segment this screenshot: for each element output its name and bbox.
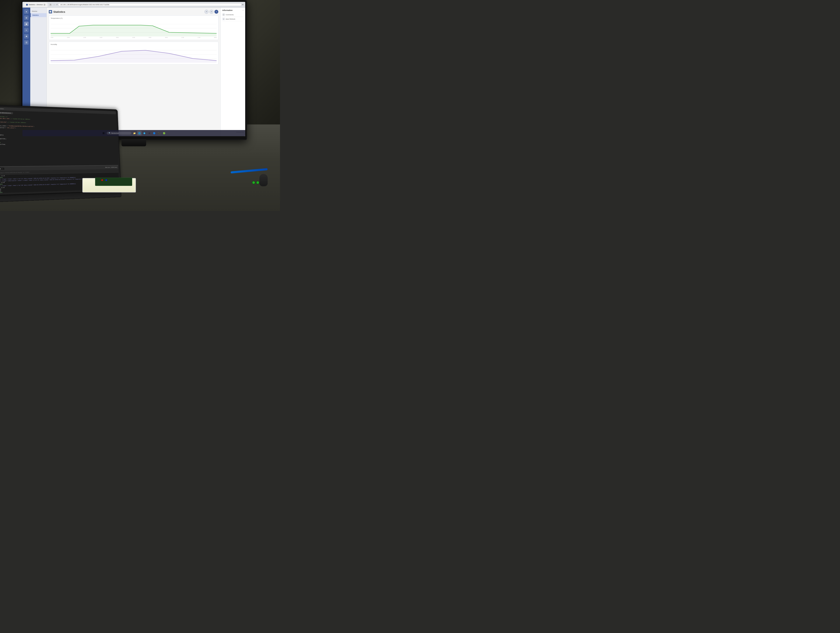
taskbar-icons: 📁 🌐 💠 ♾ 🔵 ⬛ 🟢 [132, 131, 166, 135]
right-panel-title: Information [223, 9, 233, 11]
address-bar[interactable]: 192.168.1.166:8055/admin/insights/9b8a0b… [58, 3, 242, 6]
red-led [101, 179, 103, 181]
forward-button[interactable]: › [55, 4, 55, 6]
taskbar-icon-arduino[interactable]: ♾ [147, 131, 152, 135]
x-label-10: 18:00 [214, 37, 216, 38]
page-title: Statistics [53, 10, 65, 13]
mouse[interactable] [259, 174, 268, 186]
taskbar-icon-files[interactable]: 📁 [132, 131, 137, 135]
autorefresh-icon: ✕ [223, 18, 225, 20]
taskbar-search[interactable]: 🔍 Rechercher [107, 132, 131, 135]
code-content[interactable]: /// Socket.IO Settings /// char host[] =… [0, 115, 118, 166]
serial-controls: New Line 115200 baud [105, 167, 117, 168]
right-panel: Information × 💬 Comments ✕ Auto Refresh … [221, 8, 245, 136]
sidebar-icon-files[interactable]: ≡ [24, 28, 28, 32]
sidebar-icon-settings[interactable]: ☰ [24, 40, 28, 45]
taskbar-icon-terminal[interactable]: ⬛ [157, 131, 161, 135]
humidity-chart-label: Humidity [51, 43, 216, 45]
x-label-6: 16:00 [148, 37, 151, 38]
serial-monitor-close[interactable]: × [2, 168, 3, 169]
humidity-chart-section: Humidity [49, 42, 218, 65]
humidity-chart-svg [51, 46, 216, 63]
nav-directus-label: Directus [32, 11, 37, 12]
tab-close-button[interactable]: × [43, 4, 46, 6]
browser-nav: ‹ › ↺ 192.168.1.166:8055/admin/insights/… [54, 3, 243, 6]
breadboard-area [78, 174, 140, 195]
ide-title: sketch_dht_directus.ino - Arduino [0, 108, 4, 109]
green-component-2 [256, 181, 259, 184]
x-label-9: 17:30 [197, 37, 201, 38]
reload-button[interactable]: ↺ [56, 4, 58, 6]
x-label-5: 15:30 [133, 37, 135, 38]
new-tab-button[interactable]: + [49, 3, 52, 6]
panel-item-autorefresh[interactable]: ✕ Auto Refresh [223, 17, 243, 21]
taskbar-icon-browser[interactable]: 🌐 [137, 131, 142, 135]
nav-item-directus[interactable]: Directus [30, 9, 47, 13]
humidity-chart-area [51, 46, 216, 63]
extensions-icon: ⊞ [242, 4, 243, 6]
right-desk-items [226, 170, 268, 186]
search-icon: 🔍 [109, 132, 111, 134]
redo-button[interactable]: ↶ [209, 9, 213, 14]
tab-favicon [26, 4, 28, 6]
blue-led [106, 179, 107, 181]
undo-button[interactable]: ↶ [204, 9, 208, 14]
browser-tab-label: Statistics - Directus [28, 4, 43, 6]
new-line-label: New Line [105, 167, 110, 168]
search-placeholder: Rechercher [111, 133, 119, 134]
comments-icon: 💬 [223, 13, 225, 16]
serial-monitor-tab[interactable]: Serial Monitor × [0, 168, 4, 170]
taskbar-icon-vscode[interactable]: 💠 [142, 131, 147, 135]
sidebar-icon-content[interactable]: ⊕ [24, 16, 28, 20]
serial-monitor-label: Serial Monitor [0, 168, 1, 169]
green-component-1 [252, 181, 255, 184]
right-panel-header: Information × [223, 9, 243, 11]
browser-tab[interactable]: Statistics - Directus × [24, 3, 47, 7]
edit-button[interactable]: ✎ [214, 9, 218, 14]
windows-taskbar: ⊞ 🔍 Rechercher 📁 🌐 💠 ♾ 🔵 ⬛ 🟢 [22, 130, 245, 136]
temperature-chart-svg [51, 20, 216, 36]
browser-chrome: Statistics - Directus × + ‹ › ↺ 192.168.… [22, 2, 245, 8]
temperature-chart-section: Temperature (C) [49, 16, 218, 40]
device-label: ESP32-WROOM-DA M... [0, 112, 13, 114]
x-label-8: 17:00 [182, 37, 184, 38]
header-controls: ↶ ↶ ✎ [204, 9, 218, 14]
taskbar-icon-chrome[interactable]: 🔵 [152, 131, 156, 135]
x-label-2: 14:00 [84, 37, 86, 38]
comments-label: Comments [226, 14, 234, 16]
sidebar-icon-users[interactable]: ❖ [24, 34, 28, 38]
temperature-chart-label: Temperature (C) [51, 17, 216, 19]
esp32-board [95, 177, 132, 186]
panel-close-button[interactable]: × [243, 9, 243, 11]
baud-label: 115200 baud [111, 167, 117, 168]
serial-input-placeholder[interactable]: Message (Enter to send message to 'ESP32… [0, 171, 29, 174]
page-header: 📊 Statistics ↶ ↶ ✎ [49, 9, 218, 14]
sidebar-icon-home[interactable]: ♦ [24, 9, 28, 14]
nav-item-statistics[interactable]: Statistics [30, 13, 47, 17]
ide-body: 15 16 17 18 19 20 21 22 23 24 25 26 27 2… [0, 115, 118, 166]
autorefresh-label: Auto Refresh [226, 18, 235, 20]
nav-statistics-label: Statistics [32, 14, 39, 16]
breadboard [82, 178, 136, 193]
x-label-4: 15:00 [116, 37, 118, 38]
address-bar-text: 192.168.1.166:8055/admin/insights/9b8a0b… [60, 4, 109, 5]
temperature-x-axis: 13:00 13:30 14:00 14:30 15:00 15:30 16:0… [51, 37, 216, 38]
page-icon: 📊 [49, 10, 52, 13]
back-button[interactable]: ‹ [54, 4, 54, 6]
start-button[interactable]: ⊞ [101, 131, 106, 135]
taskbar-icon-spotify[interactable]: 🟢 [162, 131, 166, 135]
x-label-3: 14:30 [99, 37, 102, 38]
x-label-7: 16:30 [165, 37, 167, 38]
temperature-chart-area [51, 20, 216, 36]
x-label-1: 13:30 [67, 37, 69, 38]
sidebar-icon-insights[interactable]: ◉ [24, 22, 28, 26]
page-title-area: 📊 Statistics [49, 10, 65, 13]
x-label-0: 13:00 [51, 37, 53, 38]
panel-item-comments[interactable]: 💬 Comments [223, 13, 243, 17]
